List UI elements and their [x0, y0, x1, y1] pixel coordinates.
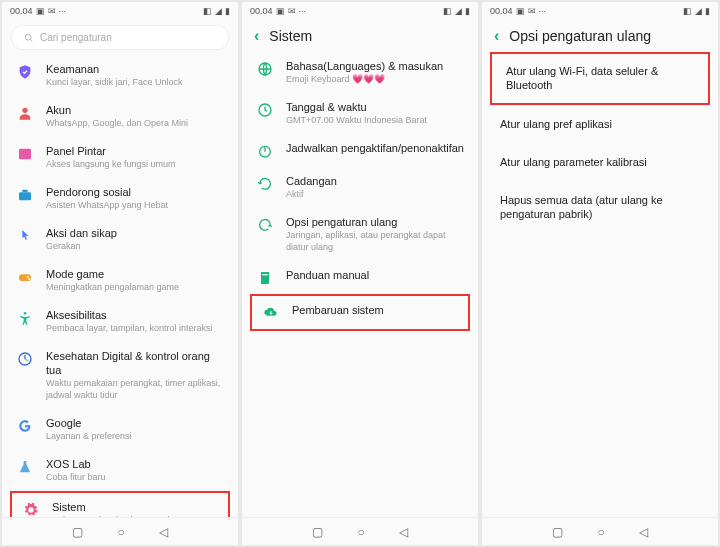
settings-item-aksesibilitas[interactable]: AksesibilitasPembaca layar, tampilan, ko…: [6, 301, 234, 342]
item-sub: Kunci layar, sidik jari, Face Unlock: [46, 77, 224, 89]
update-cloud-icon: [262, 304, 280, 322]
wellbeing-icon: [16, 350, 34, 368]
nav-back-icon[interactable]: ◁: [399, 525, 408, 539]
item-title: Google: [46, 416, 224, 430]
item-sub: Aktif: [286, 189, 464, 201]
settings-item-mode-game[interactable]: Mode gameMeningkatkan pengalaman game: [6, 260, 234, 301]
sistem-item-pembaruan[interactable]: Pembaruan sistem: [250, 294, 470, 331]
status-bar: 00.04 ▣ ✉ ··· ◧ ◢ ▮: [242, 2, 478, 20]
svg-rect-3: [19, 149, 31, 160]
item-sub: GMT+07.00 Waktu Indonesia Barat: [286, 115, 464, 127]
nav-back-icon[interactable]: ◁: [639, 525, 648, 539]
settings-item-panel-pintar[interactable]: Panel PintarAkses langsung ke fungsi umu…: [6, 137, 234, 178]
wifi-icon: ◧: [683, 6, 692, 16]
item-title: Sistem: [52, 500, 218, 514]
screen-settings-main: 00.04 ▣ ✉ ··· ◧ ◢ ▮ Cari pengaturan Keam…: [2, 2, 238, 545]
item-sub: Meningkatkan pengalaman game: [46, 282, 224, 294]
reset-icon: [256, 216, 274, 234]
sistem-item-panduan[interactable]: Panduan manual: [246, 261, 474, 294]
nav-recent-icon[interactable]: ▢: [312, 525, 323, 539]
item-title: Cadangan: [286, 174, 464, 188]
item-title: Panel Pintar: [46, 144, 224, 158]
settings-item-keamanan[interactable]: KeamananKunci layar, sidik jari, Face Un…: [6, 55, 234, 96]
signal-icon: ◢: [695, 6, 702, 16]
settings-item-aksi-sikap[interactable]: Aksi dan sikapGerakan: [6, 219, 234, 260]
settings-item-kesehatan-digital[interactable]: Kesehatan Digital & kontrol orang tuaWak…: [6, 342, 234, 409]
search-settings[interactable]: Cari pengaturan: [12, 26, 228, 49]
signal-icon: ◢: [455, 6, 462, 16]
reset-item-hapus[interactable]: Hapus semua data (atur ulang ke pengatur…: [486, 181, 714, 234]
settings-item-google[interactable]: GoogleLayanan & preferensi: [6, 409, 234, 450]
reset-item-kalibrasi[interactable]: Atur ulang parameter kalibrasi: [486, 143, 714, 181]
item-title: Akun: [46, 103, 224, 117]
wifi-icon: ◧: [203, 6, 212, 16]
svg-rect-15: [262, 274, 267, 275]
status-time: 00.04: [10, 6, 33, 16]
status-bar: 00.04 ▣ ✉ ··· ◧ ◢ ▮: [2, 2, 238, 20]
svg-rect-6: [19, 274, 31, 281]
settings-item-xos-lab[interactable]: XOS LabCoba fitur baru: [6, 450, 234, 491]
search-icon: [24, 33, 34, 43]
item-sub: Pembaca layar, tampilan, kontrol interak…: [46, 323, 224, 335]
sistem-item-cadangan[interactable]: CadanganAktif: [246, 167, 474, 208]
status-time: 00.04: [490, 6, 513, 16]
item-title: Kesehatan Digital & kontrol orang tua: [46, 349, 224, 378]
battery-icon: ▮: [705, 6, 710, 16]
signal-icon: ◢: [215, 6, 222, 16]
back-arrow-icon[interactable]: ‹: [254, 28, 259, 44]
svg-point-2: [22, 108, 27, 113]
settings-item-pendorong-sosial[interactable]: Pendorong sosialAsisten WhatsApp yang He…: [6, 178, 234, 219]
item-sub: Akses langsung ke fungsi umum: [46, 159, 224, 171]
item-sub: WhatsApp, Google, dan Opera Mini: [46, 118, 224, 130]
globe-icon: [256, 60, 274, 78]
nav-back-icon[interactable]: ◁: [159, 525, 168, 539]
manual-icon: [256, 269, 274, 287]
settings-item-akun[interactable]: AkunWhatsApp, Google, dan Opera Mini: [6, 96, 234, 137]
nav-home-icon[interactable]: ○: [357, 525, 364, 539]
page-title: Opsi pengaturan ulang: [509, 28, 651, 44]
item-sub: Jaringan, aplikasi, atau perangkat dapat…: [286, 230, 464, 253]
settings-list: KeamananKunci layar, sidik jari, Face Un…: [2, 55, 238, 517]
status-more-icon: ···: [59, 6, 67, 16]
suitcase-icon: [16, 186, 34, 204]
status-app-icon: ▣: [516, 6, 525, 16]
svg-point-9: [24, 312, 27, 315]
wifi-icon: ◧: [443, 6, 452, 16]
nav-recent-icon[interactable]: ▢: [72, 525, 83, 539]
status-more-icon: ···: [299, 6, 307, 16]
svg-rect-5: [22, 190, 27, 193]
sistem-item-tanggal[interactable]: Tanggal & waktuGMT+07.00 Waktu Indonesia…: [246, 93, 474, 134]
back-arrow-icon[interactable]: ‹: [494, 28, 499, 44]
battery-icon: ▮: [465, 6, 470, 16]
item-title: Pembaruan sistem: [292, 303, 458, 317]
item-title: Aksesibilitas: [46, 308, 224, 322]
reset-list: Atur ulang Wi-Fi, data seluler & Bluetoo…: [482, 52, 718, 517]
status-bar: 00.04 ▣ ✉ ··· ◧ ◢ ▮: [482, 2, 718, 20]
item-sub: Layanan & preferensi: [46, 431, 224, 443]
status-more-icon: ···: [539, 6, 547, 16]
flask-icon: [16, 458, 34, 476]
settings-item-sistem[interactable]: SistemBahasa, waktu, backup, pembaruan: [10, 491, 230, 517]
sistem-item-bahasa[interactable]: Bahasa(Languages) & masukanEmoji Keyboar…: [246, 52, 474, 93]
status-msg-icon: ✉: [48, 6, 56, 16]
svg-point-7: [27, 276, 29, 278]
reset-item-wifi[interactable]: Atur ulang Wi-Fi, data seluler & Bluetoo…: [490, 52, 710, 105]
nav-recent-icon[interactable]: ▢: [552, 525, 563, 539]
sistem-item-reset[interactable]: Opsi pengaturan ulangJaringan, aplikasi,…: [246, 208, 474, 261]
item-title: Atur ulang parameter kalibrasi: [500, 155, 704, 169]
google-icon: [16, 417, 34, 435]
nav-home-icon[interactable]: ○: [597, 525, 604, 539]
item-title: Aksi dan sikap: [46, 226, 224, 240]
item-sub: Emoji Keyboard 💗💗💗: [286, 74, 464, 86]
backup-icon: [256, 175, 274, 193]
status-msg-icon: ✉: [288, 6, 296, 16]
status-app-icon: ▣: [276, 6, 285, 16]
svg-rect-4: [19, 192, 31, 200]
reset-item-pref[interactable]: Atur ulang pref aplikasi: [486, 105, 714, 143]
nav-home-icon[interactable]: ○: [117, 525, 124, 539]
item-title: Atur ulang pref aplikasi: [500, 117, 704, 131]
game-icon: [16, 268, 34, 286]
status-app-icon: ▣: [36, 6, 45, 16]
svg-rect-14: [261, 272, 269, 284]
sistem-item-jadwal[interactable]: Jadwalkan pengaktifan/penonaktifan: [246, 134, 474, 167]
